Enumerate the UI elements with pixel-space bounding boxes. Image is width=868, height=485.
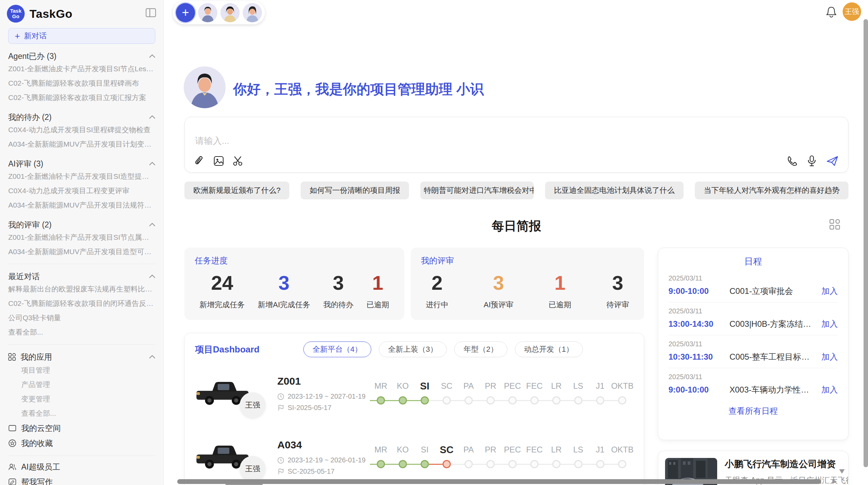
list-item[interactable]: C02-飞腾新能源轻客改款项目立项汇报方案 [8,90,155,105]
horizontal-scrollbar[interactable] [177,479,821,484]
project-row[interactable]: 王强 A034 2023-12-19 ~ 2026-01-19 SC-2025-… [195,430,634,485]
milestone-label: J1 [589,443,611,457]
chevron-up-icon[interactable] [149,355,155,359]
chevron-up-icon[interactable] [149,115,155,119]
list-item[interactable]: A034-全新新能源MUV产品开发项目计划变更表编写 [8,137,155,151]
suggestion-chip[interactable]: 特朗普可能对进口汽车增税会对中国车企造成哪些影响 [420,182,534,199]
milestone-dot [574,396,582,405]
user-avatar[interactable]: 王强 [843,2,861,21]
scroll-down-arrow[interactable] [839,469,845,474]
send-icon[interactable] [826,156,839,166]
image-icon[interactable] [214,156,224,167]
join-link[interactable]: 加入 [821,384,838,395]
milestone-label: SC [436,379,458,393]
project-flag: SC-2025-05-17 [277,468,370,475]
list-item[interactable]: C0X4-动力总成开发项目SI里程碑提交物检查 [8,123,155,137]
list-item[interactable]: Z001-全新燃油皮卡产品开发项目SI节点Lesson Learn报告 [8,62,155,76]
section-header-my-todo[interactable]: 我的待办 (2) [8,112,155,123]
agent-avatar-1[interactable] [198,3,217,22]
star-circle-icon [8,439,16,447]
sidebar-item-favorites[interactable]: 我的收藏 [8,436,155,451]
milestone-label: MR [370,379,392,393]
tab-new-platform[interactable]: 全新平台（4） [303,341,371,357]
schedule-time: 9:00-10:00 [668,385,730,395]
tab-model-year[interactable]: 年型（2） [454,341,507,357]
stat-pending-review: 3 待评审 [606,268,629,310]
list-item[interactable]: A034-全新新能源MUV产品开发项目造型可行性评审 [8,245,155,259]
sidebar-item-ai-super-staff[interactable]: AI超级员工 [8,459,155,474]
sidebar-collapse-icon[interactable] [146,8,156,17]
chat-input[interactable]: 请输入... [184,117,848,173]
list-item[interactable]: C02-飞腾新能源轻客改款项目里程碑画布 [8,76,155,90]
view-all-schedule-link[interactable]: 查看所有日程 [668,406,838,416]
chevron-up-icon[interactable] [149,275,155,278]
milestone-dot [508,396,517,405]
new-chat-button[interactable]: + 新对话 [8,28,155,44]
layout-grid-icon[interactable] [829,219,841,230]
add-agent-button[interactable]: + [176,3,195,22]
view-all-chats-link[interactable]: 查看全部... [8,325,155,339]
list-item[interactable]: Z001-全新燃油轻卡产品开发项目SI节点属性5D文件评审 [8,230,155,245]
stat-in-progress: 2 进行中 [426,268,448,310]
list-item[interactable]: Z001-全新燃油轻卡产品开发项目SI造型提交物评审 [8,169,155,184]
sidebar-item-cloud-space[interactable]: 我的云空间 [8,421,155,436]
list-item[interactable]: A034-全新新能源MUV产品开发项目法规符合性评审 [8,198,155,212]
project-row[interactable]: 王强 Z001 2023-12-19 ~ 2027-01-19 SI-2025-… [195,366,634,421]
project-image: 王强 [195,376,277,411]
sidebar-item-label: 帮我写作 [21,477,53,485]
suggestion-chip[interactable]: 比亚迪全固态电池计划具体说了什么 [545,182,684,199]
suggestion-chip[interactable]: 欧洲新规最近颁布了什么? [184,182,289,199]
writing-icon [8,478,16,485]
chevron-up-icon[interactable] [149,54,155,58]
sidebar-item-project-mgmt[interactable]: 项目管理 [8,363,155,377]
milestone-dot [377,396,385,405]
milestone-dot [552,396,560,405]
agent-avatar-3[interactable] [243,3,262,22]
milestone-dot [596,396,604,405]
sidebar-item-change-mgmt[interactable]: 变更管理 [8,392,155,406]
section-header-ai-review[interactable]: AI评审 (3) [8,158,155,169]
suggestion-chip[interactable]: 如何写一份清晰的项目周报 [301,182,409,199]
milestone-label: LR [545,379,567,393]
view-all-apps-link[interactable]: 查看全部... [8,406,155,421]
sidebar-item-my-apps[interactable]: 我的应用 [8,351,155,363]
phone-icon[interactable] [786,156,797,166]
project-flag: SI-2025-05-17 [277,404,370,412]
schedule-card: 日程 2025/03/11 9:00-10:00 C001-立项审批会 加入 2… [658,248,848,440]
list-item[interactable]: C0X4-动力总成开发项目工程变更评审 [8,184,155,198]
list-item[interactable]: 公司Q3轻卡销量 [8,311,155,325]
section-header-agent-done[interactable]: Agent已办 (3) [8,51,155,62]
stat-my-todo: 3 我的待办 [323,268,353,310]
join-link[interactable]: 加入 [821,351,838,362]
stat-new-ai-completed: 3 新增AI完成任务 [258,268,310,310]
agent-switcher: + [173,1,265,24]
join-link[interactable]: 加入 [821,286,838,297]
section-header-my-review[interactable]: 我的评审 (2) [8,219,155,230]
list-item[interactable]: 解释最新出台的欧盟报废车法规再生塑料比例被调至15%... [8,282,155,296]
scissors-icon[interactable] [233,156,244,167]
sidebar-item-product-mgmt[interactable]: 产品管理 [8,377,155,392]
suggestion-chips: 欧洲新规最近颁布了什么? 如何写一份清晰的项目周报 特朗普可能对进口汽车增税会对… [184,182,848,199]
vertical-scrollbar[interactable] [864,19,868,467]
schedule-item: 2025/03/11 9:00-10:00 C001-立项审批会 加入 [668,270,838,302]
notification-bell-icon[interactable] [825,5,838,18]
join-link[interactable]: 加入 [821,319,838,329]
agent-avatar-2[interactable] [220,3,240,22]
list-item[interactable]: C02-飞腾新能源轻客改款项目的闭环通告反馈情况 [8,296,155,311]
greeting-text: 你好，王强，我是你的项目管理助理 小识 [233,80,484,99]
milestone-dot [443,460,451,468]
chevron-up-icon[interactable] [149,162,155,165]
suggestion-chip[interactable]: 当下年轻人对汽车外观有怎样的喜好趋势 [695,182,848,199]
sidebar-item-help-me-write[interactable]: 帮我写作 [8,474,155,485]
chevron-up-icon[interactable] [149,223,155,226]
tab-new-body[interactable]: 全新上装（3） [379,341,447,357]
sidebar-item-label: AI超级员工 [21,462,60,472]
milestone-track: MRKOSISCPAPRPECFECLRLSJ1OKTB [370,379,634,408]
microphone-icon[interactable] [807,155,817,167]
section-header-recent-chats[interactable]: 最近对话 [8,271,155,282]
clock-icon [277,393,284,400]
app-title: TaskGo [29,7,72,21]
attachment-icon[interactable] [194,156,205,167]
scroll-right-arrow[interactable] [832,479,837,484]
tab-powertrain-dev[interactable]: 动总开发（1） [515,341,583,357]
